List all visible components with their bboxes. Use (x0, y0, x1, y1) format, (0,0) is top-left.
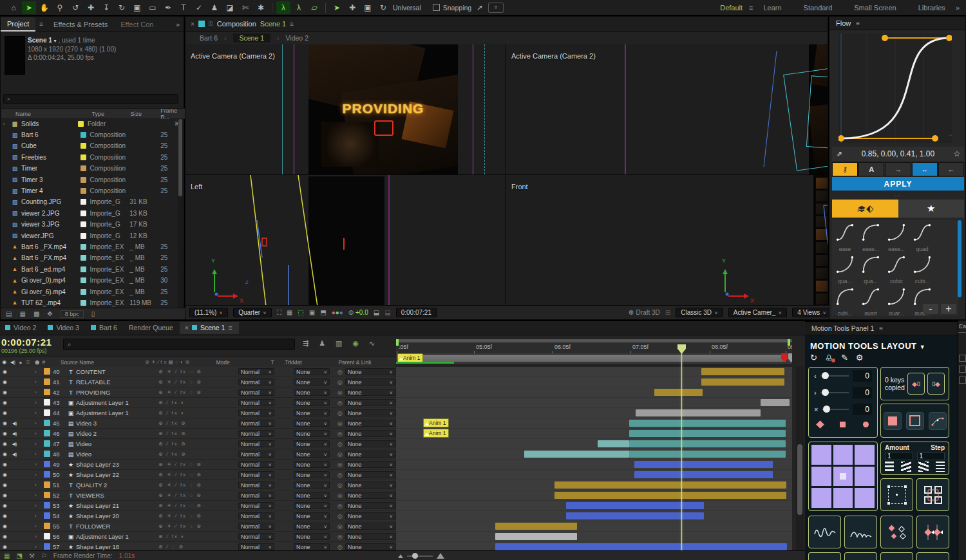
workspace-item-learn[interactable]: Learn (763, 4, 781, 12)
layer-row-44[interactable]: ◉›44▣Adjustment Layer 1⊕ ∕ fx ◐Normal∨No… (0, 408, 395, 418)
layer-name[interactable]: Shape Layer 18 (76, 543, 158, 550)
move-gizmo[interactable]: ✚ (345, 1, 359, 14)
project-item-row[interactable]: ▨TimerComposition25 (1, 163, 180, 174)
track-row-45[interactable]: Anim 1 (396, 418, 792, 429)
layer-bar[interactable] (636, 409, 761, 416)
project-item-row[interactable]: ▨viewer 2.JPGImporte_G13 KB (1, 208, 180, 219)
parent-dropdown[interactable]: None∨ (345, 420, 395, 427)
project-item-row[interactable]: ▨Timer 4Composition25 (1, 185, 180, 196)
visibility-eye-icon[interactable]: ◉ (0, 400, 10, 406)
flow-tab[interactable]: Flow (836, 19, 851, 27)
layer-label-swatch[interactable] (41, 451, 53, 458)
quad-active-camera-1[interactable]: Active Camera (Camera 2) PROVIDING (185, 44, 506, 175)
layer-name[interactable]: Shape Layer 21 (76, 502, 158, 509)
expand-arrow-icon[interactable]: › (3, 122, 8, 126)
anchor-cell[interactable] (811, 445, 831, 465)
motion-tab[interactable]: Motion Tools Panel 1 (811, 324, 874, 332)
presets-tab-icon[interactable]: 🎓︎⬖ (832, 200, 898, 218)
track-row-53[interactable] (396, 501, 792, 511)
layer-row-46[interactable]: ◉◀)›46▤Video 2⊕ ∕ fx ⊛Normal∨None∨◎None∨ (0, 429, 395, 439)
track-row-47[interactable] (396, 439, 792, 449)
parent-pickwhip-icon[interactable]: ◎ (335, 379, 345, 386)
blend-mode-dropdown[interactable]: Normal∨ (238, 481, 274, 489)
composition-tab-label[interactable]: Composition (217, 20, 256, 28)
expand-arrow-icon[interactable]: › (35, 503, 41, 509)
viewer-stage[interactable]: Active Camera (Camera 2) PROVIDING Activ… (185, 44, 828, 306)
flow-more-handle[interactable]: ... (829, 191, 966, 198)
layer-name[interactable]: Shape Layer 20 (76, 512, 158, 519)
partial-button[interactable] (844, 552, 877, 560)
project-menu-icon[interactable]: ≡ (39, 21, 43, 28)
bpc-label[interactable]: 8 bpc (61, 310, 84, 318)
layer-row-49[interactable]: ◉›49★Shape Layer 23⊕ ☀ ∕ fx ◌ ⊛Normal∨No… (0, 460, 395, 470)
layer-row-55[interactable]: ◉›55TFOLLOWER⊕ ☀ ∕ fx ◌ ⊛Normal∨None∨◎No… (0, 521, 395, 532)
expand-icon[interactable]: ⇗ (832, 150, 846, 158)
panel-overflow[interactable]: » (176, 21, 180, 28)
track-row-44[interactable] (396, 408, 792, 418)
lock-column-icon[interactable]: ⚿ (24, 359, 32, 366)
layer-bar[interactable] (654, 389, 703, 396)
circle-keyframe-icon[interactable] (863, 422, 869, 427)
selected-item-name[interactable]: Scene 1 (28, 37, 52, 44)
flow-preset-qua[interactable]: qua... (833, 254, 857, 285)
visibility-eye-icon[interactable]: ◉ (0, 389, 10, 395)
parent-dropdown[interactable]: None∨ (345, 523, 395, 530)
label-color-swatch[interactable] (80, 244, 86, 250)
layer-row-41[interactable]: ◉›41TRELATABLE⊕ ☀ ∕ fx ◌ ⊛Normal∨None∨◎N… (0, 377, 395, 387)
project-item-row[interactable]: ▲Bart 6 _FX.mp4Importe_EX_ MB25 (1, 253, 180, 264)
flow-preset-quar[interactable]: quar... (885, 286, 908, 315)
motion-blur-icon[interactable]: ◉ (353, 339, 359, 348)
new-composition-icon[interactable]: ▩ (33, 310, 39, 317)
parent-pickwhip-icon[interactable]: ◎ (335, 534, 345, 540)
trkmat-dropdown[interactable]: None∨ (294, 543, 330, 550)
expand-arrow-icon[interactable]: › (35, 462, 41, 467)
trkmat-dropdown[interactable]: None∨ (294, 430, 330, 437)
layer-bar[interactable] (634, 471, 773, 478)
visibility-eye-icon[interactable]: ◉ (0, 482, 10, 488)
close-icon[interactable]: × (185, 324, 189, 331)
guides-icon[interactable]: ▣ (309, 309, 315, 316)
track-row-55[interactable] (396, 521, 792, 532)
trkmat-dropdown[interactable]: None∨ (294, 440, 330, 447)
shy-icon[interactable]: ♟ (319, 339, 325, 348)
parent-dropdown[interactable]: None∨ (345, 378, 395, 386)
parent-dropdown[interactable]: None∨ (345, 409, 395, 416)
audio-speaker-icon[interactable]: ◀) (10, 421, 19, 426)
parent-dropdown[interactable]: None∨ (345, 533, 395, 540)
frame-blending-icon[interactable]: ▥ (336, 339, 342, 348)
label-color-swatch[interactable] (80, 233, 86, 239)
visibility-eye-icon[interactable]: ◉ (0, 451, 10, 457)
parent-dropdown[interactable]: None∨ (345, 399, 395, 406)
layer-switches[interactable]: ⊕ ∕ fx ⊛ (158, 451, 234, 457)
transparency-grid-icon[interactable]: ▦ (287, 309, 292, 316)
flow-curve-editor[interactable] (838, 33, 952, 143)
col-name[interactable]: Name (1, 111, 91, 117)
layer-bar[interactable] (634, 461, 773, 468)
expand-arrow-icon[interactable]: › (35, 513, 41, 519)
expand-arrow-icon[interactable]: › (35, 523, 41, 529)
tab-project[interactable]: Project (1, 17, 35, 32)
label-color-swatch[interactable] (80, 300, 86, 306)
expand-arrow-icon[interactable]: › (35, 400, 41, 406)
notifications-bell-icon[interactable]: 🕭 (825, 353, 833, 362)
source-name-column[interactable]: Source Name (61, 359, 145, 366)
layer-bar[interactable] (566, 502, 704, 509)
partial-button[interactable] (880, 552, 913, 560)
camera-dropdown[interactable]: Active Camer_∨ (728, 308, 787, 317)
layer-name[interactable]: RELATABLE (76, 378, 158, 386)
parent-dropdown[interactable]: None∨ (345, 543, 395, 550)
parent-link-column[interactable]: Parent & Link (327, 359, 395, 366)
person-icon[interactable]: ⚒ (29, 552, 35, 559)
blend-mode-dropdown[interactable]: Normal∨ (238, 523, 274, 530)
visibility-eye-icon[interactable]: ◉ (0, 523, 10, 529)
layer-label-swatch[interactable] (41, 523, 53, 530)
sliver-tab[interactable]: Ea (958, 321, 966, 333)
layer-row-56[interactable]: ◉›56▣Adjustment Layer 1⊕ ∕ fx ◐Normal∨No… (0, 532, 395, 542)
layer-switches[interactable]: ⊕ ∕ fx ⊛ (158, 420, 234, 426)
project-item-row[interactable]: ▲Gi over_0).mp4Importe_EX_ MB30 (1, 275, 180, 286)
layer-bar[interactable] (566, 512, 704, 519)
label-color-swatch[interactable] (80, 210, 86, 216)
favorites-tab-icon[interactable]: ★ (898, 200, 965, 218)
blend-mode-dropdown[interactable]: Normal∨ (238, 389, 274, 396)
flow-preset-cubi[interactable]: cubi... (911, 254, 934, 285)
